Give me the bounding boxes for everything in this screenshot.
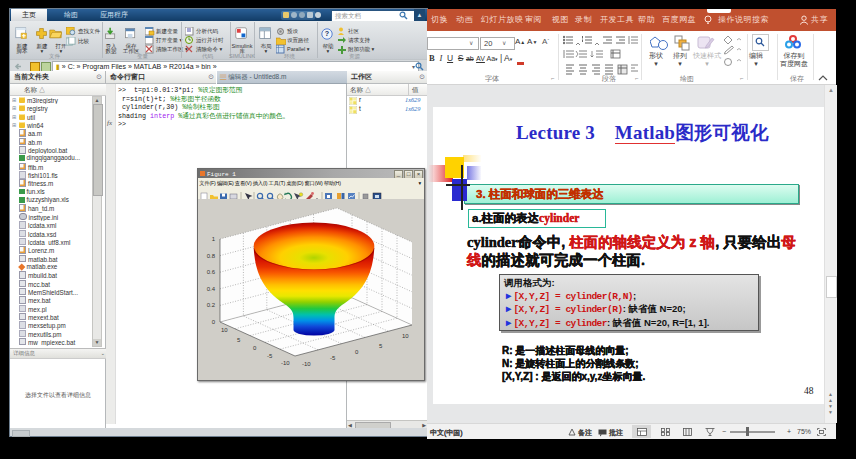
svg-text:0: 0 [212,319,216,325]
svg-text:0: 0 [355,349,359,355]
svg-text:-5: -5 [267,353,273,359]
svg-text:0.2: 0.2 [207,302,216,308]
svg-text:10: 10 [402,333,409,339]
svg-text:5: 5 [237,337,241,343]
svg-text:1: 1 [212,236,216,242]
svg-text:?: ? [325,29,329,38]
svg-text:0: 0 [253,345,257,351]
svg-text:0.6: 0.6 [207,269,216,275]
svg-text:-10: -10 [281,360,290,366]
svg-text:0.4: 0.4 [207,286,216,292]
svg-text:-10: -10 [302,361,311,367]
svg-text:-5: -5 [330,355,336,361]
svg-text:10: 10 [221,327,228,333]
svg-text:5: 5 [379,343,383,349]
svg-text:0.8: 0.8 [207,253,216,259]
